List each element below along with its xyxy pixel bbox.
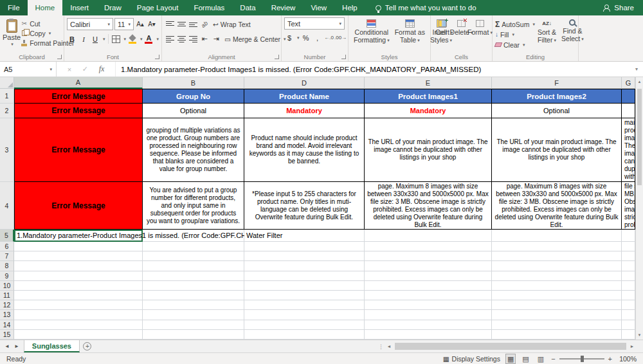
cell-D10[interactable] [244,281,365,291]
cell-A11[interactable] [14,291,143,300]
cell-G12[interactable] [622,300,635,310]
cell-E4[interactable]: page. Maximum 8 images with size between… [365,182,492,230]
row-header-3[interactable]: 3 [0,118,14,182]
conditional-formatting-button[interactable]: Conditional Formatting▾ [351,17,392,52]
cell-B13[interactable] [143,310,244,320]
cell-D14[interactable] [244,320,365,330]
cell-G5[interactable] [622,230,635,242]
cell-D3[interactable]: Product name should include product bran… [244,118,365,182]
formula-bar-expand-icon[interactable]: ▾ [630,62,643,77]
cell-A2[interactable]: Error Message [14,104,143,118]
row-header-9[interactable]: 9 [0,271,14,281]
cell-G6[interactable] [622,242,635,251]
cell-E1[interactable]: Product Images1 [365,89,492,104]
grow-font-button[interactable]: A▴ [135,19,145,30]
align-center-button[interactable] [176,33,186,44]
row-header-5[interactable]: 5 [0,230,14,242]
page-layout-view-button[interactable]: ▤ [521,354,530,363]
cell-A15[interactable] [14,330,143,340]
column-header-B[interactable]: B [143,77,244,89]
insert-function-icon[interactable]: fx [99,64,105,74]
cell-G9[interactable] [622,271,635,281]
orientation-button[interactable]: ab [199,19,210,30]
cell-E8[interactable] [365,261,492,271]
cell-F2[interactable]: Optional [492,104,622,118]
cell-F5[interactable] [492,230,622,242]
underline-button[interactable]: U [90,33,100,44]
cell-A8[interactable] [14,261,143,271]
autosum-button[interactable]: ΣAutoSum▾ [495,19,535,29]
cell-E11[interactable] [365,291,492,300]
cell-A3[interactable]: Error Message [14,118,143,182]
row-header-8[interactable]: 8 [0,261,14,271]
sort-filter-button[interactable]: AZ↓ Sort & Filter▾ [535,17,559,52]
tell-me-box[interactable]: Tell me what you want to do [376,0,476,15]
scroll-down-icon[interactable]: ▼ [636,331,643,340]
cell-B11[interactable] [143,291,244,300]
cell-E7[interactable] [365,251,492,261]
cell-D8[interactable] [244,261,365,271]
column-header-G[interactable]: G [622,77,635,89]
font-dialog-launcher[interactable] [155,55,159,59]
page-break-view-button[interactable]: ▥ [536,354,545,363]
row-header-13[interactable]: 13 [0,310,14,320]
scroll-right-icon[interactable]: ► [628,344,637,349]
display-settings-button[interactable]: ▦ Display Settings [443,355,500,363]
cell-G1[interactable] [622,89,635,104]
vertical-scroll-thumb[interactable] [637,89,642,185]
cell-B6[interactable] [143,242,244,251]
tab-draw[interactable]: Draw [96,0,129,15]
shrink-font-button[interactable]: A▾ [147,19,157,30]
cell-E6[interactable] [365,242,492,251]
cell-A13[interactable] [14,310,143,320]
row-header-7[interactable]: 7 [0,251,14,261]
sheet-nav-right-icon[interactable]: ► [14,343,19,349]
clipboard-dialog-launcher[interactable] [57,55,62,59]
decrease-decimal-button[interactable]: .00→ [336,32,346,43]
align-right-button[interactable] [188,33,198,44]
cell-F9[interactable] [492,271,622,281]
tab-insert[interactable]: Insert [62,0,96,15]
cell-A1[interactable]: Error Message [14,89,143,104]
select-all-corner[interactable] [0,77,14,89]
cell-F11[interactable] [492,291,622,300]
tab-scroll-splitter[interactable]: ⋮ [378,340,384,352]
cell-D9[interactable] [244,271,365,281]
format-as-table-button[interactable]: Format as Table▾ [392,17,428,52]
borders-button[interactable] [111,33,121,44]
cell-G4[interactable]: page. Maximum 8 images with size between… [622,182,635,230]
cell-D1[interactable]: Product Name [244,89,365,104]
decrease-indent-button[interactable]: ⇤ [199,33,210,44]
tab-page-layout[interactable]: Page Layout [129,0,186,15]
cell-A9[interactable] [14,271,143,281]
cell-D6[interactable] [244,242,365,251]
cell-A10[interactable] [14,281,143,291]
fill-color-button[interactable] [127,33,138,44]
tab-help[interactable]: Help [334,0,365,15]
bold-button[interactable]: B [67,33,77,44]
cell-D5[interactable]: Water Filter [244,230,365,242]
row-header-10[interactable]: 10 [0,281,14,291]
row-header-11[interactable]: 11 [0,291,14,300]
cell-G3[interactable]: The URL of your main product image. The … [622,118,635,182]
align-top-button[interactable] [165,19,175,30]
clear-button[interactable]: Clear▾ [495,40,535,50]
cell-E15[interactable] [365,330,492,340]
cell-E10[interactable] [365,281,492,291]
cell-B2[interactable]: Optional [143,104,244,118]
horizontal-scroll-thumb[interactable] [395,343,626,350]
cell-G10[interactable] [622,281,635,291]
row-header-15[interactable]: 15 [0,330,14,340]
cell-B8[interactable] [143,261,244,271]
cell-B4[interactable]: You are advised to put a group number fo… [143,182,244,230]
align-left-button[interactable] [165,33,175,44]
font-size-select[interactable]: 11▾ [114,18,134,30]
cell-B1[interactable]: Group No [143,89,244,104]
cell-F8[interactable] [492,261,622,271]
horizontal-scrollbar[interactable]: ◄ ► [385,341,637,351]
row-header-2[interactable]: 2 [0,104,14,118]
zoom-out-icon[interactable]: − [551,355,555,363]
cell-G7[interactable] [622,251,635,261]
cell-A6[interactable] [14,242,143,251]
column-header-E[interactable]: E [365,77,492,89]
